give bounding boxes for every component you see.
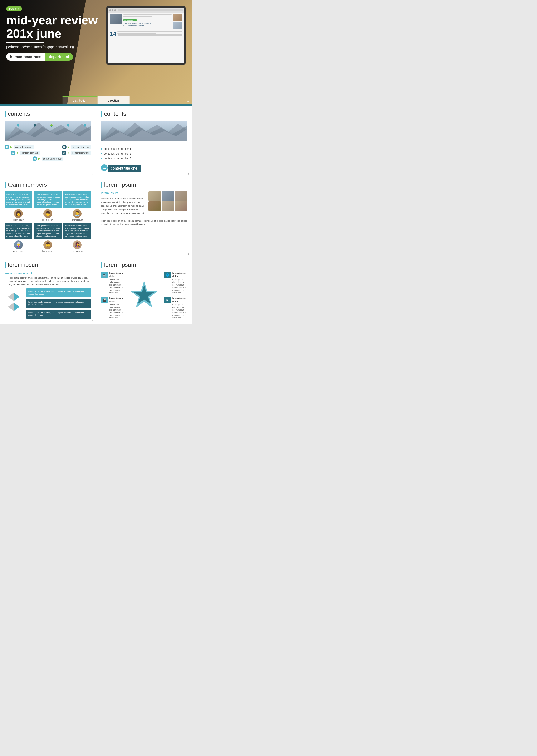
- content-item-03: 03 ▶ content item three: [32, 156, 63, 161]
- arrow-right-1: [14, 293, 20, 301]
- section-title-contents2: contents: [104, 110, 126, 117]
- hero-subtitle: performance/recruitment/engagement/train…: [6, 45, 98, 49]
- process-diagram: lorem ipsum dolor sit amet, eos numquam …: [5, 288, 91, 319]
- slide-number: 2: [188, 173, 189, 175]
- slide-number: 4: [188, 320, 189, 322]
- map-pin-2: [34, 124, 36, 127]
- featured-content-item: 01 content title one: [101, 163, 187, 172]
- map-pin-5: [84, 124, 86, 127]
- mountain-bg2: [101, 120, 187, 142]
- photo-4: [148, 201, 161, 211]
- team-avatar-5: 👦 lorem ipsum: [34, 240, 62, 252]
- tab-distribution[interactable]: distribution: [62, 96, 98, 104]
- photo-5: [162, 201, 174, 211]
- section-title-lorem3: lorem ipsum: [104, 262, 136, 268]
- icon-box-1: 💻: [101, 272, 107, 278]
- arrow-left-1: [8, 293, 14, 301]
- icon-items-left: 💻 lorem ipsum dolor lorem ipsum dolor si…: [101, 272, 124, 319]
- star-diagram: [127, 272, 161, 319]
- section-bar-lorem1: [101, 182, 102, 188]
- tab-direction[interactable]: direction: [98, 96, 129, 104]
- team-slide: team members lorem ipsum dolor sit amet,…: [0, 177, 96, 257]
- slide-number: 3: [92, 253, 93, 255]
- team-card-1: lorem ipsum dolor sit amet, eos numquam …: [5, 191, 32, 221]
- bullet-item-1: content slide number 1: [101, 147, 187, 151]
- laptop-screen: NOW AVAILABLE The Smartest WordPress The…: [106, 6, 186, 64]
- photo-3: [175, 191, 187, 201]
- slides-grid-row2: team members lorem ipsum dolor sit amet,…: [0, 177, 192, 257]
- brand-tag: pptonna: [6, 6, 22, 11]
- section-header-lorem2: lorem ipsum: [5, 262, 91, 268]
- content-item-02: 02 ▶ content item two: [11, 150, 40, 155]
- team-grid: lorem ipsum dolor sit amet, eos numquam …: [5, 191, 91, 252]
- slide-number: 1: [187, 99, 189, 102]
- section-title-contents: contents: [8, 110, 30, 117]
- content-item-04: 04 ▶ content item four: [62, 150, 91, 155]
- avatar-4: 👩‍🦳: [14, 240, 23, 249]
- section-bar2: [101, 111, 102, 117]
- section-title-lorem2: lorem ipsum: [8, 262, 40, 268]
- avatar-name-3: lorem ipsum: [71, 219, 83, 221]
- team-avatar-4: 👩‍🦳 lorem ipsum: [5, 240, 32, 252]
- avatar-2: 👨: [43, 209, 52, 218]
- section-header-contents2: contents: [101, 110, 187, 117]
- section-header-lorem1: lorem ipsum: [101, 182, 187, 188]
- bullet-item-2: content slide number 2: [101, 151, 187, 156]
- avatar-3: 👨‍💼: [73, 209, 82, 218]
- team-card-5: lorem ipsum dolor sit amet, eos numquam …: [34, 223, 62, 252]
- icon-item-1: 💻 lorem ipsum dolor lorem ipsum dolor si…: [101, 272, 124, 294]
- icon-item-3: 🎬 lorem ipsum dolor lorem ipsum dolor si…: [101, 297, 124, 319]
- section-bar-lorem3: [101, 262, 102, 268]
- icon-box-3: 🎬: [101, 297, 107, 303]
- process-box-1: lorem ipsum dolor sit amet, eos numquam …: [26, 288, 91, 297]
- avatar-name-1: lorem ipsum: [13, 219, 24, 221]
- process-box-2: lorem ipsum dolor sit amet, eos numquam …: [26, 299, 91, 308]
- team-card-text-6: lorem ipsum dolor sit amet, eos numquam …: [63, 223, 91, 239]
- section-header-lorem3: lorem ipsum: [101, 262, 187, 268]
- process-box-3: lorem ipsum dolor sit amet, eos numquam …: [26, 310, 91, 319]
- hero-title: mid-year review 201x june: [6, 14, 98, 40]
- section-bar: [5, 111, 6, 117]
- arrow-right-2: [14, 303, 20, 311]
- lorem-footer: lorem ipsum dolor sit amet, eos numquam …: [101, 219, 187, 226]
- photo-1: [148, 191, 161, 201]
- team-card-text-1: lorem ipsum dolor sit amet, eos numquam …: [5, 191, 32, 208]
- content-title-box: content title one: [107, 165, 141, 172]
- photo-2: [162, 191, 174, 201]
- team-card-6: lorem ipsum dolor sit amet, eos numquam …: [63, 223, 91, 252]
- lorem-slide-3: lorem ipsum 💻 lorem ipsum dolor lorem ip…: [96, 257, 192, 324]
- team-avatar-6: 👩‍🎤 lorem ipsum: [63, 240, 91, 252]
- team-card-text-4: lorem ipsum dolor sit amet, eos numquam …: [5, 223, 32, 239]
- team-avatar-3: 👨‍💼 lorem ipsum: [63, 209, 91, 221]
- hero-slide: NOW AVAILABLE The Smartest WordPress The…: [0, 0, 192, 104]
- lorem-slide-2: lorem ipsum lorem ipsum dolor sit lorem …: [0, 257, 96, 324]
- slide-number: 2: [92, 173, 93, 175]
- process-boxes: lorem ipsum dolor sit amet, eos numquam …: [26, 288, 91, 319]
- avatar-6: 👩‍🎤: [73, 240, 82, 249]
- icon-item-4: ♻ lorem ipsum dolor lorem ipsum dolor si…: [164, 297, 187, 319]
- contents-slide-right: contents content slide number 1 content …: [96, 106, 192, 177]
- arrow-left-2: [8, 303, 14, 311]
- team-card-4: lorem ipsum dolor sit amet, eos numquam …: [5, 223, 32, 252]
- teal-separator: [0, 104, 192, 106]
- slides-grid-row1: contents 01 ▶ content item one: [0, 106, 192, 177]
- hr-badges: human resources department: [6, 53, 98, 61]
- avatar-name-6: lorem ipsum: [71, 250, 83, 252]
- avatar-name-5: lorem ipsum: [42, 250, 53, 252]
- section-bar-team: [5, 182, 6, 188]
- team-avatar-1: 👩 lorem ipsum: [5, 209, 32, 221]
- icon-box-4: ♻: [164, 297, 171, 303]
- icon-box-2: 🌐: [164, 272, 171, 278]
- team-card-text-2: lorem ipsum dolor sit amet, eos numquam …: [34, 191, 62, 208]
- hr-badge-dept: department: [45, 53, 73, 61]
- hero-divider: [6, 42, 44, 43]
- section-header-team: team members: [5, 182, 91, 188]
- content-item-01: 01 ▶ content item one: [5, 145, 34, 149]
- lorem2-subtitle: lorem ipsum dolor sit: [5, 272, 91, 275]
- icon-item-2: 🌐 lorem ipsum dolor lorem ipsum dolor si…: [164, 272, 187, 294]
- photo-6: [175, 201, 187, 211]
- section-title-lorem1: lorem ipsum: [104, 182, 136, 188]
- star-layout: 💻 lorem ipsum dolor lorem ipsum dolor si…: [101, 272, 187, 319]
- slide-tabs: distribution direction: [62, 96, 130, 104]
- team-card-text-5: lorem ipsum dolor sit amet, eos numquam …: [34, 223, 62, 239]
